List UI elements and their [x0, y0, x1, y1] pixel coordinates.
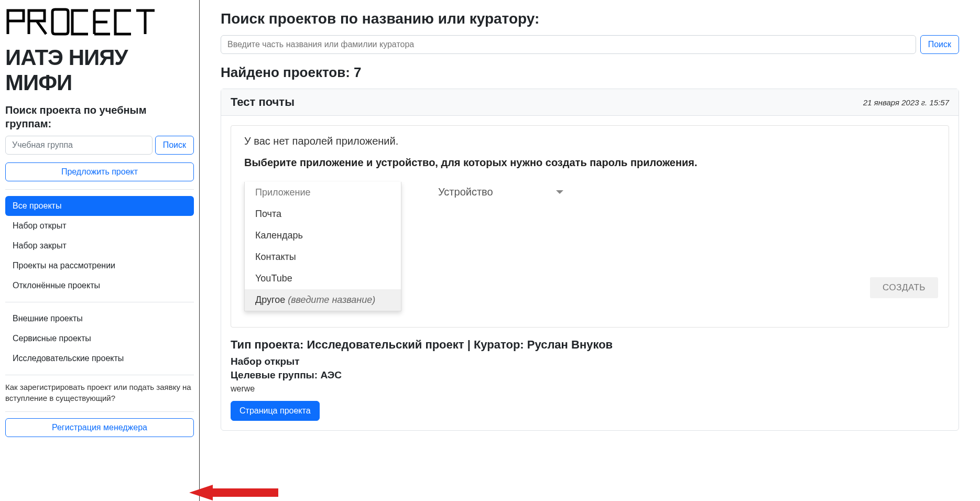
logo-bottom: ИАТЭ НИЯУ МИФИ — [5, 45, 194, 95]
project-groups: Целевые группы: АЭС — [231, 369, 949, 381]
dropdown-option-other[interactable]: Другое (введите название) — [245, 289, 401, 311]
logo-top — [5, 5, 194, 42]
dropdown-option-mail[interactable]: Почта — [245, 203, 401, 225]
main-search-button[interactable]: Поиск — [920, 35, 959, 54]
device-dropdown[interactable]: Устройство — [438, 182, 563, 202]
instruction-text: Выберите приложение и устройство, для ко… — [244, 157, 935, 169]
red-arrow-annotation — [189, 482, 278, 501]
dropdown-option-youtube[interactable]: YouTube — [245, 268, 401, 289]
register-manager-button[interactable]: Регистрация менеджера — [5, 418, 194, 437]
results-heading: Найдено проектов: 7 — [221, 64, 959, 81]
propose-project-button[interactable]: Предложить проект — [5, 162, 194, 181]
group-search-input[interactable] — [5, 136, 153, 155]
divider — [5, 375, 194, 375]
nav-closed-recruitment[interactable]: Набор закрыт — [5, 236, 194, 256]
help-text[interactable]: Как зарегистрировать проект или подать з… — [5, 382, 194, 404]
nav-under-review[interactable]: Проекты на рассмотрении — [5, 256, 194, 276]
card-date: 21 января 2023 г. 15:57 — [863, 98, 949, 107]
main-search-heading: Поиск проектов по названию или куратору: — [221, 10, 959, 27]
app-password-panel: У вас нет паролей приложений. Выберите п… — [231, 125, 949, 328]
nav-all-projects[interactable]: Все проекты — [5, 196, 194, 216]
nav-service[interactable]: Сервисные проекты — [5, 329, 194, 348]
device-dropdown-label: Устройство — [438, 186, 493, 198]
project-desc: werwe — [231, 384, 949, 394]
card-header: Тест почты 21 января 2023 г. 15:57 — [221, 89, 959, 116]
chevron-down-icon — [556, 190, 563, 194]
main-search-input[interactable] — [221, 35, 916, 54]
nav-open-recruitment[interactable]: Набор открыт — [5, 216, 194, 236]
project-status: Набор открыт — [231, 356, 949, 367]
divider — [5, 411, 194, 412]
project-meta: Тип проекта: Исследовательский проект | … — [231, 338, 949, 352]
no-passwords-text: У вас нет паролей приложений. — [244, 135, 935, 147]
dropdown-option-contacts[interactable]: Контакты — [245, 246, 401, 268]
project-page-button[interactable]: Страница проекта — [231, 401, 320, 421]
svg-marker-0 — [189, 485, 278, 500]
card-title: Тест почты — [231, 95, 295, 109]
create-button[interactable]: СОЗДАТЬ — [870, 277, 938, 298]
divider — [5, 189, 194, 190]
divider — [5, 302, 194, 302]
dropdown-app-label: Приложение — [245, 182, 401, 203]
group-search-button[interactable]: Поиск — [155, 136, 194, 155]
nav-rejected[interactable]: Отклонённые проекты — [5, 276, 194, 296]
project-card: Тест почты 21 января 2023 г. 15:57 У вас… — [221, 89, 959, 431]
sidebar-search-heading: Поиск проекта по учебным группам: — [5, 103, 194, 130]
nav-external[interactable]: Внешние проекты — [5, 309, 194, 329]
dropdown-option-calendar[interactable]: Календарь — [245, 225, 401, 246]
nav-research[interactable]: Исследовательские проекты — [5, 348, 194, 368]
